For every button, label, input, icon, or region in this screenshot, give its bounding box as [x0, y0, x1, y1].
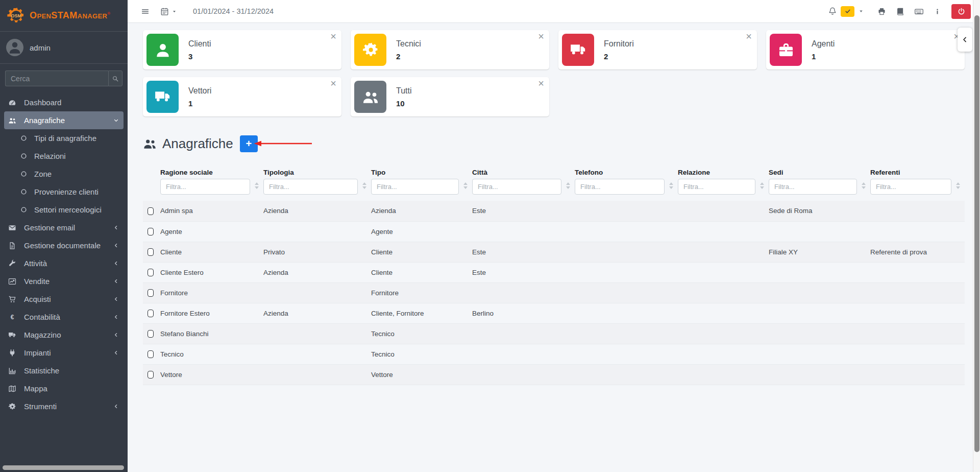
filter-sedi-input[interactable] — [769, 179, 857, 195]
close-icon[interactable]: × — [538, 78, 544, 88]
sort-icon[interactable] — [760, 182, 764, 189]
logout-power-button[interactable] — [951, 4, 971, 19]
row-checkbox[interactable] — [148, 310, 154, 317]
table-row-stefano-bianchi[interactable]: Stefano BianchiTecnico — [143, 323, 965, 344]
print-icon[interactable] — [877, 7, 886, 16]
row-checkbox[interactable] — [148, 269, 154, 276]
close-icon[interactable]: × — [746, 31, 752, 41]
sidebar-item-attivita[interactable]: Attività — [4, 254, 124, 272]
sidebar-item-magazzino[interactable]: Magazzino — [4, 326, 124, 344]
sidebar-item-contabilita[interactable]: €Contabilità — [4, 308, 124, 326]
column-header-relazione[interactable]: Relazione — [678, 167, 769, 201]
row-checkbox[interactable] — [148, 228, 154, 235]
widget-tutti[interactable]: Tutti10× — [351, 77, 549, 116]
filter-tipologia-input[interactable] — [263, 179, 358, 195]
info-icon[interactable] — [934, 8, 941, 15]
sidebar-subitem-label: Provenienze clienti — [34, 187, 99, 196]
hamburger-menu-button[interactable] — [141, 7, 150, 16]
stats-widgets: Clienti3×Tecnici2×Fornitori2×Agenti1×Vet… — [143, 30, 965, 116]
widget-body: Vettori1 — [188, 86, 211, 108]
row-checkbox[interactable] — [148, 207, 154, 215]
table-row-vettore[interactable]: VettoreVettore — [143, 364, 965, 385]
sidebar-item-mappa[interactable]: Mappa — [4, 380, 124, 397]
sidebar-horizontal-scrollbar[interactable] — [3, 465, 124, 470]
table-row-cliente-estero[interactable]: Cliente EsteroAziendaClienteEste — [143, 262, 965, 282]
sort-icon[interactable] — [255, 182, 259, 189]
sidebar-item-dashboard[interactable]: Dashboard — [4, 93, 124, 111]
filter-referenti-input[interactable] — [870, 179, 951, 195]
widget-tecnici[interactable]: Tecnici2× — [351, 30, 549, 69]
widget-clienti[interactable]: Clienti3× — [143, 30, 341, 69]
table-row-admin-spa[interactable]: Admin spaAziendaAziendaEsteSede di Roma — [143, 201, 965, 221]
close-icon[interactable]: × — [538, 31, 544, 41]
sidebar-subitem-tipi-di-anagrafiche[interactable]: Tipi di anagrafiche — [0, 129, 128, 147]
book-icon — [896, 7, 904, 16]
search-button[interactable] — [108, 70, 122, 86]
close-icon[interactable]: × — [330, 78, 336, 88]
table-row-fornitore-estero[interactable]: Fornitore EsteroAziendaCliente, Fornitor… — [143, 303, 965, 323]
sidebar-item-gestione-documentale[interactable]: Gestione documentale — [4, 237, 124, 254]
sort-icon[interactable] — [463, 182, 468, 189]
sidebar-item-gestione-email[interactable]: Gestione email — [4, 219, 124, 237]
status-check-badge[interactable] — [841, 6, 854, 17]
circle-icon — [20, 188, 27, 195]
widget-value: 3 — [188, 52, 211, 61]
widgets-collapse-toggle[interactable] — [958, 28, 972, 52]
brand[interactable]: OSM OpenSTAManager® — [0, 0, 128, 32]
sort-icon[interactable] — [862, 182, 866, 189]
close-icon[interactable]: × — [330, 31, 336, 41]
sort-icon[interactable] — [566, 182, 570, 189]
column-header-referenti[interactable]: Referenti — [870, 167, 965, 201]
column-header-ragione-sociale[interactable]: Ragione sociale — [160, 167, 263, 201]
search-input[interactable] — [5, 70, 108, 86]
caret-down-icon[interactable] — [858, 8, 864, 14]
sidebar-item-acquisti[interactable]: Acquisti — [4, 290, 124, 308]
scrollbar-thumb[interactable] — [974, 15, 979, 452]
table-cell — [769, 323, 870, 344]
sidebar-subitem-provenienze-clienti[interactable]: Provenienze clienti — [0, 183, 128, 201]
filter-citta-input[interactable] — [472, 179, 561, 195]
widget-value: 1 — [812, 52, 835, 61]
column-header-citta[interactable]: Città — [472, 167, 575, 201]
row-checkbox-cell — [143, 344, 160, 364]
row-checkbox[interactable] — [148, 248, 154, 256]
table-row-tecnico[interactable]: TecnicoTecnico — [143, 344, 965, 364]
filter-telefono-input[interactable] — [575, 179, 665, 195]
sort-icon[interactable] — [362, 182, 366, 189]
sidebar-item-impianti[interactable]: Impianti — [4, 344, 124, 362]
sidebar-subitem-zone[interactable]: Zone — [0, 165, 128, 183]
book-icon[interactable] — [896, 7, 904, 16]
sidebar-item-vendite[interactable]: Vendite — [4, 272, 124, 290]
row-checkbox[interactable] — [148, 371, 154, 379]
filter-ragione-sociale-input[interactable] — [160, 179, 250, 195]
chevron-left-icon — [113, 314, 119, 320]
column-header-tipo[interactable]: Tipo — [371, 167, 472, 201]
column-header-sedi[interactable]: Sedi — [769, 167, 870, 201]
row-checkbox[interactable] — [148, 289, 154, 297]
sort-icon[interactable] — [956, 182, 960, 189]
sort-icon[interactable] — [669, 182, 673, 189]
sidebar-item-anagrafiche[interactable]: Anagrafiche — [4, 111, 124, 129]
keyboard-icon[interactable] — [914, 7, 924, 16]
widget-vettori[interactable]: Vettori1× — [143, 77, 341, 116]
row-checkbox-cell — [143, 221, 160, 242]
table-row-fornitore[interactable]: FornitoreFornitore — [143, 282, 965, 303]
user-name[interactable]: admin — [30, 43, 51, 52]
widget-agenti[interactable]: Agenti1× — [766, 30, 965, 69]
table-row-cliente[interactable]: ClientePrivatoClienteEsteFiliale XYRefer… — [143, 242, 965, 262]
table-row-agente[interactable]: AgenteAgente — [143, 221, 965, 242]
filter-relazione-input[interactable] — [678, 179, 755, 195]
filter-tipo-input[interactable] — [371, 179, 459, 195]
sidebar-item-statistiche[interactable]: Statistiche — [4, 362, 124, 380]
row-checkbox[interactable] — [148, 350, 154, 358]
bell-icon[interactable] — [828, 7, 837, 16]
sidebar-item-strumenti[interactable]: Strumenti — [4, 397, 124, 415]
column-label: Sedi — [769, 167, 857, 179]
column-header-telefono[interactable]: Telefono — [575, 167, 678, 201]
row-checkbox[interactable] — [148, 330, 154, 338]
sidebar-subitem-relazioni[interactable]: Relazioni — [0, 147, 128, 165]
column-header-tipologia[interactable]: Tipologia — [263, 167, 371, 201]
widget-fornitori[interactable]: Fornitori2× — [558, 30, 757, 69]
date-range-picker[interactable] — [160, 7, 177, 16]
sidebar-subitem-settori-merceologici[interactable]: Settori merceologici — [0, 201, 128, 219]
